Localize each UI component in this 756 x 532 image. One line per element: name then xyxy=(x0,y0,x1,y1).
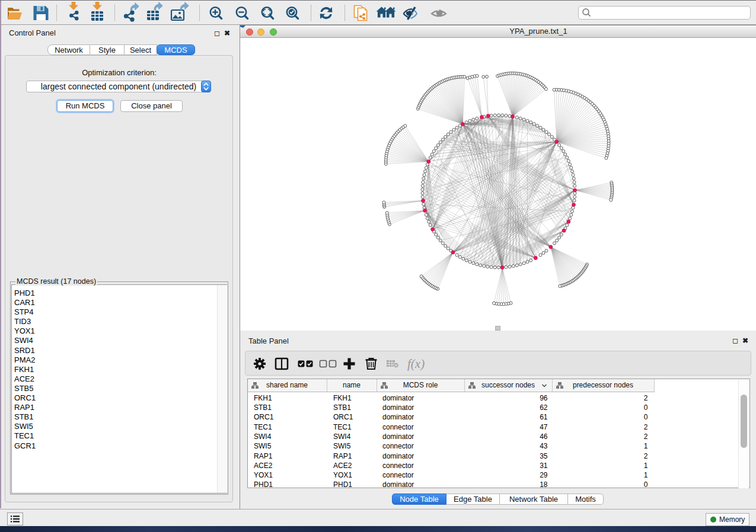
svg-text:f(x): f(x) xyxy=(407,357,425,371)
svg-text:Memory: Memory xyxy=(719,515,745,524)
